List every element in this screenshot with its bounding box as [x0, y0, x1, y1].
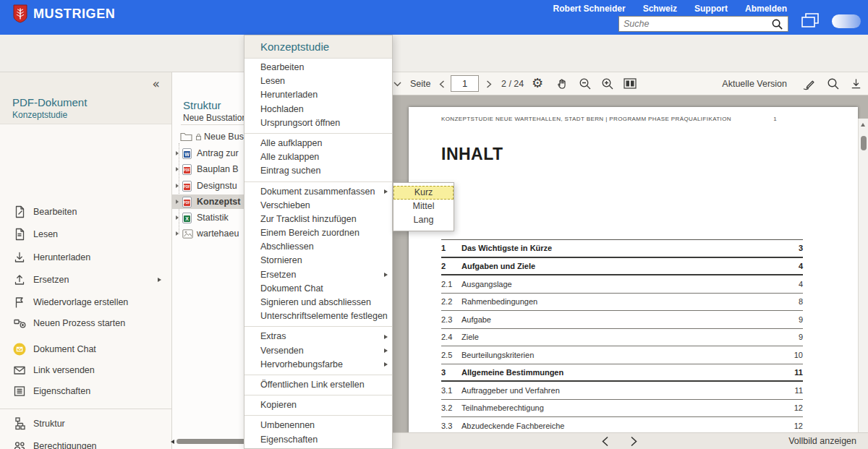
app-logo[interactable]: MUSTRIGEN — [13, 4, 115, 24]
context-menu-item[interactable]: Versenden — [244, 344, 392, 358]
toc-label: Aufgabe — [461, 315, 799, 324]
expand-icon[interactable] — [176, 184, 180, 188]
annotate-pencil-icon[interactable] — [801, 77, 816, 91]
next-page-icon[interactable] — [486, 80, 492, 88]
header-nav: Robert SchneiderSchweizSupportAbmelden — [553, 4, 787, 14]
context-menu-item[interactable]: Dokument Chat — [244, 282, 392, 296]
context-menu-item[interactable]: Einem Bereich zuordnen — [244, 226, 392, 240]
context-menu-item[interactable]: Abschliessen — [244, 240, 392, 254]
sidebar-action-eigenschaften[interactable]: Eigenschaften — [0, 382, 171, 400]
context-menu-item-label: Abschliessen — [260, 240, 314, 254]
toc-row: 3.2 Teilnahmeberechtigung 12 — [441, 400, 803, 418]
context-menu-item[interactable]: Bearbeiten — [244, 61, 392, 74]
submenu-item[interactable]: Mittel — [393, 200, 454, 213]
sidebar-action-ersetzen[interactable]: Ersetzen — [0, 271, 171, 288]
chevron-down-icon[interactable] — [393, 82, 401, 87]
context-menu-item-label: Alle aufklappen — [260, 137, 322, 150]
context-menu-item[interactable]: Hochladen — [244, 103, 392, 116]
previous-document-icon[interactable] — [601, 436, 609, 447]
sidebar-action-lesen[interactable]: Lesen — [0, 226, 171, 243]
context-menu-item-label: Hervorhebungsfarbe — [260, 358, 343, 372]
excel-file-icon: X — [182, 213, 195, 223]
sidebar-action-dokument-chat[interactable]: Dokument Chat — [0, 341, 171, 358]
settings-gear-icon[interactable]: ⚙ — [532, 77, 543, 90]
scrollbar-thumb[interactable] — [861, 136, 867, 150]
context-menu: Konzeptstudie Bearbeiten Lesen Herunterl… — [244, 35, 393, 449]
sidebar-action-link-versenden[interactable]: Link versenden — [0, 362, 171, 379]
context-menu-item[interactable]: Signieren und abschliessen — [244, 296, 392, 309]
context-menu-item[interactable]: Öffentlichen Link erstellen — [244, 378, 392, 392]
context-menu-item[interactable]: Lesen — [244, 74, 392, 88]
context-menu-item[interactable]: Dokument zusammenfassen — [244, 185, 392, 199]
search-document-icon[interactable] — [827, 77, 840, 90]
header-nav-link[interactable]: Abmelden — [745, 4, 787, 14]
submenu-item[interactable]: Kurz — [393, 186, 454, 200]
previous-page-icon[interactable] — [439, 80, 445, 88]
submenu-arrow-icon — [158, 278, 161, 282]
expand-icon[interactable] — [176, 215, 180, 220]
sidebar-section-struktur[interactable]: Struktur — [0, 415, 171, 432]
collapse-sidebar-icon[interactable]: « — [153, 77, 160, 91]
download-document-icon[interactable] — [850, 77, 862, 90]
context-menu-item-label: Dokument Chat — [260, 282, 323, 296]
sidebar-action-herunterladen[interactable]: Herunterladen — [0, 249, 171, 266]
context-menu-item-label: Extras — [260, 330, 286, 343]
sidebar-action-bearbeiten[interactable]: Bearbeiten — [0, 203, 171, 221]
vertical-scrollbar[interactable] — [858, 119, 868, 449]
two-column-layout-icon[interactable] — [624, 78, 637, 89]
context-menu-item[interactable]: Stornieren — [244, 254, 392, 268]
sidebar-action-label: Dokument Chat — [33, 344, 96, 354]
search-icon[interactable] — [771, 18, 783, 30]
context-menu-item[interactable]: Eigenschaften — [244, 433, 392, 447]
windows-overlap-icon[interactable] — [800, 12, 820, 29]
sidebar-action-label: Link versenden — [33, 365, 95, 375]
tree-item-label: Statistik — [197, 213, 229, 223]
pdf-toolbar: Seite 2 / 24 ⚙ Aktuelle Version — [393, 72, 868, 95]
zoom-out-icon[interactable] — [579, 77, 592, 90]
sidebar-action-wiedervorlage[interactable]: Wiedervorlage erstellen — [0, 294, 171, 311]
expand-icon[interactable] — [176, 151, 180, 155]
search-input[interactable] — [619, 19, 771, 29]
sidebar-action-label: Neuen Prozess starten — [33, 318, 125, 328]
hand-pan-icon[interactable] — [556, 77, 569, 90]
expand-icon[interactable] — [176, 167, 180, 171]
page-number-input[interactable] — [451, 75, 479, 92]
sub-toolbar: Baumansicht Favoriten Home • OneGov G si… — [0, 35, 868, 72]
context-menu-item[interactable]: Eintrag suchen — [244, 164, 392, 178]
next-document-icon[interactable] — [630, 436, 638, 447]
fullscreen-link[interactable]: Vollbild anzeigen — [788, 436, 856, 446]
header-nav-link[interactable]: Schweiz — [643, 4, 677, 14]
sidebar-action-neuer-prozess[interactable]: Neuen Prozess starten — [0, 315, 171, 332]
context-menu-item[interactable]: Alle aufklappen — [244, 137, 392, 150]
scroll-left-icon[interactable] — [171, 440, 174, 444]
context-menu-item[interactable]: Herunterladen — [244, 88, 392, 102]
context-menu-title: Konzeptstudie — [244, 35, 392, 59]
horizontal-scrollbar[interactable] — [176, 439, 246, 444]
expand-icon[interactable] — [176, 231, 180, 236]
theme-toggle[interactable] — [832, 14, 861, 28]
header-nav-link[interactable]: Support — [694, 4, 728, 14]
structure-title: Struktur — [183, 99, 221, 111]
context-menu-item[interactable]: Extras — [244, 330, 392, 343]
toc-label: Beurteilungskriterien — [461, 351, 794, 359]
context-menu-item[interactable]: Umbenennen — [244, 419, 392, 432]
toc-row: 3 Allgemeine Bestimmungen 11 — [441, 364, 803, 382]
submenu-item[interactable]: Lang — [393, 213, 454, 227]
toc-page: 12 — [794, 403, 803, 412]
menu-divider — [244, 395, 392, 395]
expand-icon[interactable] — [176, 200, 180, 204]
context-menu-item[interactable]: Alle zuklappen — [244, 150, 392, 164]
context-menu-item[interactable]: Zur Tracklist hinzufügen — [244, 213, 392, 226]
context-menu-item[interactable]: Ersetzen — [244, 268, 392, 282]
scroll-up-icon[interactable] — [861, 123, 865, 127]
sidebar-section-berechtigungen[interactable]: Berechtigungen — [0, 437, 171, 449]
context-menu-item[interactable]: Hervorhebungsfarbe — [244, 358, 392, 372]
header-nav-link[interactable]: Robert Schneider — [553, 4, 626, 14]
zoom-in-icon[interactable] — [601, 77, 614, 90]
context-menu-item[interactable]: Verschieben — [244, 199, 392, 213]
context-menu-item[interactable]: Ursprungsort öffnen — [244, 116, 392, 130]
toc-row: 2 Aufgaben und Ziele 4 — [441, 258, 803, 276]
context-menu-item[interactable]: Unterschriftselemente festlegen — [244, 309, 392, 323]
chat-icon — [12, 342, 27, 356]
context-menu-item[interactable]: Kopieren — [244, 398, 392, 412]
